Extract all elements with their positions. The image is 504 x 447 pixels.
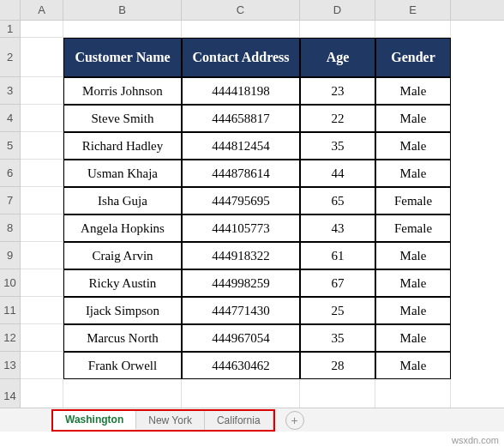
- cell-name[interactable]: Frank Orwell: [63, 352, 182, 379]
- watermark: wsxdn.com: [452, 435, 499, 445]
- cell-age[interactable]: 61: [300, 242, 375, 269]
- cell-gender[interactable]: Female: [375, 214, 451, 242]
- cell-name[interactable]: Richard Hadley: [63, 132, 182, 160]
- table-row[interactable]: 13 Frank Orwell 444630462 28 Male: [0, 352, 504, 379]
- col-header-C[interactable]: C: [182, 0, 300, 20]
- new-sheet-button[interactable]: +: [285, 411, 304, 430]
- cell-gender[interactable]: Male: [375, 132, 451, 160]
- cell-name[interactable]: Craig Arvin: [63, 242, 182, 269]
- table-row[interactable]: 12 Marcus North 444967054 35 Male: [0, 324, 504, 352]
- cell-contact[interactable]: 444771430: [182, 297, 300, 324]
- plus-icon: +: [291, 414, 298, 427]
- sheet-tabs-bar: Washington New York California +: [0, 408, 504, 432]
- cell-age[interactable]: 44: [300, 160, 375, 187]
- cell-gender[interactable]: Male: [375, 160, 451, 187]
- tab-new-york[interactable]: New York: [136, 411, 205, 430]
- cell-gender[interactable]: Male: [375, 77, 451, 105]
- header-customer-name[interactable]: Customer Name: [63, 38, 182, 77]
- cell-gender[interactable]: Male: [375, 297, 451, 324]
- row-header-9[interactable]: 9: [0, 242, 21, 269]
- table-row[interactable]: 7 Isha Guja 444795695 65 Female: [0, 187, 504, 214]
- row-header-3[interactable]: 3: [0, 77, 21, 105]
- header-age[interactable]: Age: [300, 38, 375, 77]
- cell-contact[interactable]: 444878614: [182, 160, 300, 187]
- highlighted-tabs: Washington New York California: [51, 409, 275, 432]
- row-header-8[interactable]: 8: [0, 214, 21, 242]
- row-2[interactable]: 2 Customer Name Contact Address Age Gend…: [0, 38, 504, 77]
- cell-age[interactable]: 65: [300, 187, 375, 214]
- cell-gender[interactable]: Male: [375, 105, 451, 132]
- cell-name[interactable]: Isha Guja: [63, 187, 182, 214]
- spreadsheet-grid[interactable]: A B C D E 1 2 Customer Name Contact Addr…: [0, 0, 504, 412]
- row-header-4[interactable]: 4: [0, 105, 21, 132]
- cell-contact[interactable]: 444658817: [182, 105, 300, 132]
- row-header-10[interactable]: 10: [0, 269, 21, 297]
- cell-gender[interactable]: Male: [375, 242, 451, 269]
- table-row[interactable]: 10 Ricky Austin 444998259 67 Male: [0, 269, 504, 297]
- table-row[interactable]: 3 Morris Johnson 444418198 23 Male: [0, 77, 504, 105]
- cell-contact[interactable]: 444812454: [182, 132, 300, 160]
- cell-contact[interactable]: 444418198: [182, 77, 300, 105]
- column-headers: A B C D E: [0, 0, 504, 21]
- cell-name[interactable]: Ijack Simpson: [63, 297, 182, 324]
- row-header-2[interactable]: 2: [0, 38, 21, 77]
- row-1[interactable]: 1: [0, 21, 504, 38]
- cell-age[interactable]: 35: [300, 132, 375, 160]
- cell-gender[interactable]: Male: [375, 352, 451, 379]
- cell-name[interactable]: Usman Khaja: [63, 160, 182, 187]
- table-row[interactable]: 9 Craig Arvin 444918322 61 Male: [0, 242, 504, 269]
- cell-gender[interactable]: Male: [375, 324, 451, 352]
- cell-contact[interactable]: 444967054: [182, 324, 300, 352]
- cell-age[interactable]: 35: [300, 324, 375, 352]
- header-gender[interactable]: Gender: [375, 38, 451, 77]
- row-header-5[interactable]: 5: [0, 132, 21, 160]
- col-header-D[interactable]: D: [300, 0, 375, 20]
- cell-name[interactable]: Morris Johnson: [63, 77, 182, 105]
- table-row[interactable]: 8 Angela Hopkins 444105773 43 Female: [0, 214, 504, 242]
- row-header-7[interactable]: 7: [0, 187, 21, 214]
- cell-gender[interactable]: Female: [375, 187, 451, 214]
- cell-age[interactable]: 67: [300, 269, 375, 297]
- cell-contact[interactable]: 444105773: [182, 214, 300, 242]
- header-contact-address[interactable]: Contact Address: [182, 38, 300, 77]
- cell-age[interactable]: 43: [300, 214, 375, 242]
- col-header-B[interactable]: B: [63, 0, 182, 20]
- row-header-12[interactable]: 12: [0, 324, 21, 352]
- cell-name[interactable]: Angela Hopkins: [63, 214, 182, 242]
- tab-california[interactable]: California: [205, 411, 273, 430]
- table-row[interactable]: 4 Steve Smith 444658817 22 Male: [0, 105, 504, 132]
- select-all-corner[interactable]: [0, 0, 21, 20]
- table-row[interactable]: 5 Richard Hadley 444812454 35 Male: [0, 132, 504, 160]
- tab-washington[interactable]: Washington: [53, 411, 136, 430]
- table-row[interactable]: 6 Usman Khaja 444878614 44 Male: [0, 160, 504, 187]
- cell-name[interactable]: Ricky Austin: [63, 269, 182, 297]
- table-row[interactable]: 11 Ijack Simpson 444771430 25 Male: [0, 297, 504, 324]
- cell-age[interactable]: 23: [300, 77, 375, 105]
- cell-age[interactable]: 25: [300, 297, 375, 324]
- cell-name[interactable]: Marcus North: [63, 324, 182, 352]
- cell-age[interactable]: 28: [300, 352, 375, 379]
- cell-age[interactable]: 22: [300, 105, 375, 132]
- row-header-1[interactable]: 1: [0, 21, 21, 38]
- cell-contact[interactable]: 444795695: [182, 187, 300, 214]
- col-header-E[interactable]: E: [375, 0, 451, 20]
- cell-gender[interactable]: Male: [375, 269, 451, 297]
- row-header-13[interactable]: 13: [0, 352, 21, 379]
- cell-contact[interactable]: 444918322: [182, 242, 300, 269]
- cell-contact[interactable]: 444630462: [182, 352, 300, 379]
- col-header-A[interactable]: A: [21, 0, 63, 20]
- row-header-6[interactable]: 6: [0, 160, 21, 187]
- cell-contact[interactable]: 444998259: [182, 269, 300, 297]
- cell-name[interactable]: Steve Smith: [63, 105, 182, 132]
- row-header-11[interactable]: 11: [0, 297, 21, 324]
